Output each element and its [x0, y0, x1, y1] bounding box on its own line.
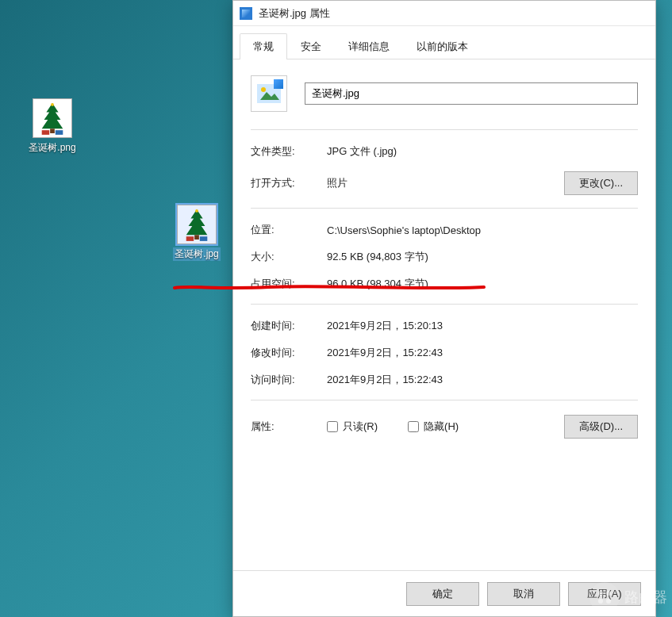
tab-general[interactable]: 常规 — [240, 33, 287, 59]
svg-marker-5 — [186, 209, 208, 235]
christmas-tree-icon — [37, 102, 67, 135]
change-button[interactable]: 更改(C)... — [564, 171, 638, 195]
tab-previous-versions[interactable]: 以前的版本 — [403, 33, 482, 59]
titlebar[interactable]: 圣诞树.jpg 属性 — [233, 1, 655, 26]
svg-point-12 — [261, 87, 266, 92]
hidden-checkbox[interactable]: 隐藏(H) — [408, 420, 459, 434]
desktop-icon-label: 圣诞树.png — [29, 141, 75, 155]
size-label: 大小: — [251, 250, 327, 264]
svg-rect-8 — [200, 236, 207, 241]
hidden-checkbox-input[interactable] — [408, 421, 419, 432]
file-type-label: 文件类型: — [251, 144, 327, 159]
watermark: 路由器 — [589, 582, 667, 612]
tab-details[interactable]: 详细信息 — [335, 33, 403, 59]
separator — [251, 400, 638, 400]
file-thumbnail — [177, 205, 217, 244]
open-with-value: 照片 — [327, 176, 564, 190]
separator — [251, 208, 638, 209]
open-with-label: 打开方式: — [251, 176, 327, 190]
watermark-icon — [589, 582, 620, 612]
file-preview-icon — [251, 75, 287, 112]
size-value: 92.5 KB (94,803 字节) — [327, 250, 638, 264]
disk-size-label: 占用空间: — [251, 277, 327, 291]
ok-button[interactable]: 确定 — [406, 582, 479, 606]
readonly-checkbox-input[interactable] — [327, 421, 338, 432]
modified-label: 修改时间: — [251, 346, 327, 360]
readonly-checkbox-label: 只读(R) — [343, 420, 378, 434]
svg-rect-7 — [186, 236, 194, 241]
disk-size-value: 96.0 KB (98,304 字节) — [327, 277, 638, 291]
desktop-icon-jpg[interactable]: 圣诞树.jpg — [167, 205, 227, 261]
separator — [251, 129, 638, 130]
window-title: 圣诞树.jpg 属性 — [259, 6, 330, 21]
location-label: 位置: — [251, 223, 327, 237]
accessed-value: 2021年9月2日，15:22:43 — [327, 373, 638, 387]
hidden-checkbox-label: 隐藏(H) — [424, 420, 459, 434]
created-label: 创建时间: — [251, 319, 327, 333]
watermark-text: 路由器 — [624, 588, 667, 607]
accessed-label: 访问时间: — [251, 373, 327, 387]
properties-dialog: 圣诞树.jpg 属性 常规 安全 详细信息 以前的版本 文件类型: JPG 文件… — [232, 0, 656, 617]
christmas-tree-icon — [182, 208, 212, 241]
image-file-icon — [240, 7, 252, 20]
separator — [251, 304, 638, 305]
svg-rect-1 — [50, 128, 55, 133]
file-thumbnail — [33, 98, 72, 138]
svg-rect-10 — [257, 84, 281, 103]
svg-point-9 — [195, 209, 198, 213]
filename-input[interactable] — [305, 82, 638, 105]
svg-rect-2 — [42, 130, 50, 135]
location-value: C:\Users\Sophie's laptop\Desktop — [327, 224, 638, 236]
advanced-button[interactable]: 高级(D)... — [564, 415, 638, 439]
tab-security[interactable]: 安全 — [287, 33, 335, 59]
readonly-checkbox[interactable]: 只读(R) — [327, 420, 378, 434]
svg-rect-3 — [56, 130, 63, 135]
cancel-button[interactable]: 取消 — [487, 582, 560, 606]
svg-point-4 — [51, 103, 54, 106]
svg-marker-0 — [42, 103, 63, 128]
attributes-label: 属性: — [251, 420, 327, 434]
desktop-icon-label: 圣诞树.jpg — [173, 247, 220, 261]
created-value: 2021年9月2日，15:20:13 — [327, 319, 638, 333]
file-type-value: JPG 文件 (.jpg) — [327, 144, 638, 159]
tabs: 常规 安全 详细信息 以前的版本 — [233, 26, 655, 59]
desktop-icon-png[interactable]: 圣诞树.png — [22, 98, 83, 155]
modified-value: 2021年9月2日，15:22:43 — [327, 346, 638, 360]
svg-rect-6 — [194, 235, 199, 240]
tab-content: 文件类型: JPG 文件 (.jpg) 打开方式: 照片 更改(C)... 位置… — [233, 59, 655, 570]
